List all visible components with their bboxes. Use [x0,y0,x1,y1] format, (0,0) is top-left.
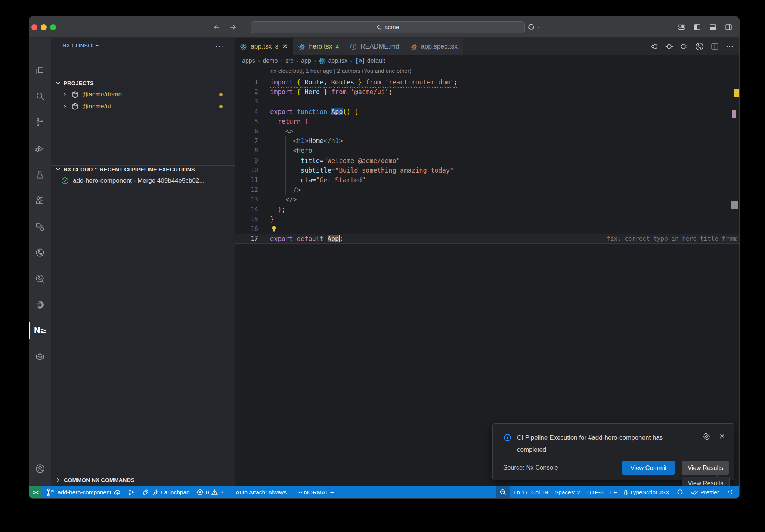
breadcrumb-item-app.tsx[interactable]: app.tsx [319,57,347,65]
activity-item-accounts[interactable] [29,458,51,479]
code-line-8[interactable]: 8 <Hero [235,146,739,155]
line-number: 13 [235,195,258,204]
codelens-blame[interactable]: nx-cloud[bot], 1 hour ago | 2 authors (Y… [270,68,411,74]
status-text: UTF-8 [587,489,604,496]
more-actions-icon[interactable]: ··· [215,41,225,50]
view-commit-button[interactable]: View Commit [622,461,675,475]
status-graph[interactable] [124,486,138,498]
code-text: return ( [270,117,308,126]
copilot-icon [676,488,684,496]
toggle-panel-icon[interactable] [709,23,717,31]
notification-settings-gear-icon[interactable] [703,433,710,440]
status-copilot[interactable] [673,486,687,498]
command-center-search[interactable]: acme [251,21,525,33]
code-line-11[interactable]: 11 cta="Get Started" [235,175,739,185]
activity-item-explorer[interactable] [29,60,51,81]
status-auto-attach[interactable]: Auto Attach: Always [232,486,290,498]
nx-console-sidebar: NX CONSOLE ··· PROJECTS@acme/demo@acme/u… [51,38,235,486]
minimize-window-button[interactable] [41,24,47,30]
activity-item-containers[interactable] [29,346,51,368]
history-back-icon[interactable] [213,24,220,31]
info-icon [503,433,512,456]
code-line-16[interactable]: 16 [235,224,739,234]
status-eol[interactable]: LF [607,486,620,498]
status-branch[interactable]: add-hero-component [42,486,124,498]
status-launchpad[interactable]: Launchpad [138,486,193,498]
activity-item-extensions[interactable] [29,190,51,211]
line-number: 4 [235,107,258,117]
copilot-menu[interactable] [527,21,541,33]
customize-layout-icon[interactable] [678,23,685,31]
section-header-common-nx-commands[interactable]: COMMON NX COMMANDS [51,474,235,486]
section-label: NX CLOUD :: RECENT CI PIPELINE EXECUTION… [64,166,195,173]
code-line-1[interactable]: 1import { Route, Routes } from 'react-ro… [235,77,739,87]
project-item[interactable]: @acme/demo [51,89,235,100]
breadcrumb-item-demo[interactable]: demo [263,58,278,64]
activity-item-run-debug[interactable] [29,138,51,160]
breadcrumb-item-src[interactable]: src [285,58,293,64]
code-text: import { Hero } from '@acme/ui'; [270,87,393,97]
status-encoding[interactable]: UTF-8 [584,486,607,498]
breadcrumb-item-default[interactable]: [⊘]default [355,58,385,64]
code-line-14[interactable]: 14 ); [235,205,739,214]
activity-item-gitlens-inspect[interactable] [29,268,51,290]
tab-app.spec.tsx[interactable]: app.spec.tsx [405,38,463,55]
code-line-12[interactable]: 12 /> [235,185,739,195]
status-language-mode[interactable]: {}TypeScript JSX [620,486,673,498]
code-line-4[interactable]: 4export function App() { [235,107,739,117]
swirl-icon [35,300,45,310]
history-forward-icon[interactable] [229,24,237,31]
code-text: cta="Get Started" [270,175,366,185]
status-indentation[interactable]: Spaces: 2 [551,486,584,498]
code-line-6[interactable]: 6 <> [235,126,739,136]
project-item[interactable]: @acme/ui [51,100,235,112]
status-formatter[interactable]: Prettier [687,486,722,498]
toggle-primary-sidebar-icon[interactable] [693,23,701,31]
notification-close-icon[interactable] [719,433,726,440]
activity-item-remote-targets[interactable] [29,216,51,238]
status-notifications-bell[interactable] [722,486,737,498]
toggle-secondary-sidebar-icon[interactable] [725,23,733,31]
status-cursor-position[interactable]: Ln 17, Col 19 [510,486,551,498]
tab-README.md[interactable]: README.md [344,38,405,55]
activity-item-gitlens[interactable] [29,242,51,263]
zoom-indicator[interactable] [496,486,510,498]
ellipsis-icon[interactable] [725,42,734,51]
activity-item-search[interactable] [29,85,51,107]
graph-circle-icon[interactable] [695,42,704,51]
vscode-window: acme N≥ NX CONSOLE ··· PROJECTS@acme/dem… [29,16,740,499]
code-line-2[interactable]: 2import { Hero } from '@acme/ui'; [235,87,739,97]
zoom-window-button[interactable] [50,24,56,30]
activity-item-browser-tools[interactable] [29,294,51,316]
activity-item-testing[interactable] [29,164,51,185]
code-line-9[interactable]: 9 title="Welcome @acme/demo" [235,156,739,166]
activity-item-nx-console[interactable]: N≥ [29,320,51,341]
code-line-17[interactable]: 17export default App;fix: correct typo i… [235,234,739,244]
pipeline-execution-item[interactable]: add-hero-component - Merge 409b44e5cb02.… [51,175,235,187]
code-line-13[interactable]: 13 </> [235,195,739,204]
view-results-button[interactable]: View Results [682,461,729,475]
code-line-3[interactable]: 3 [235,97,739,106]
lightbulb-icon[interactable] [270,225,278,233]
split-editor-icon[interactable] [710,42,719,51]
chevron-down-icon [55,166,61,173]
tab-app.tsx[interactable]: app.tsx3✕ [235,38,293,55]
code-line-5[interactable]: 5 return ( [235,117,739,126]
close-tab-icon[interactable]: ✕ [282,43,287,50]
nav-forward-circle-icon[interactable] [680,42,688,51]
section-header-projects[interactable]: PROJECTS [51,77,235,89]
tab-hero.tsx[interactable]: hero.tsx4 [293,38,344,55]
nav-back-circle-icon[interactable] [650,42,659,51]
code-line-15[interactable]: 15} [235,214,739,224]
close-window-button[interactable] [31,24,37,30]
section-header-nx-cloud[interactable]: NX CLOUD :: RECENT CI PIPELINE EXECUTION… [51,164,235,175]
remote-indicator[interactable]: >< [29,486,42,498]
breadcrumb-item-apps[interactable]: apps [242,58,255,64]
nav-current-circle-icon[interactable] [665,42,673,51]
code-line-10[interactable]: 10 subtitle="Build something amazing tod… [235,166,739,175]
breadcrumb-item-app[interactable]: app [301,58,311,64]
activity-item-source-control[interactable] [29,111,51,133]
status-vim-mode[interactable]: -- NORMAL -- [295,486,337,498]
status-problems[interactable]: 07 [193,486,227,498]
code-line-7[interactable]: 7 <h1>Home</h1> [235,136,739,146]
